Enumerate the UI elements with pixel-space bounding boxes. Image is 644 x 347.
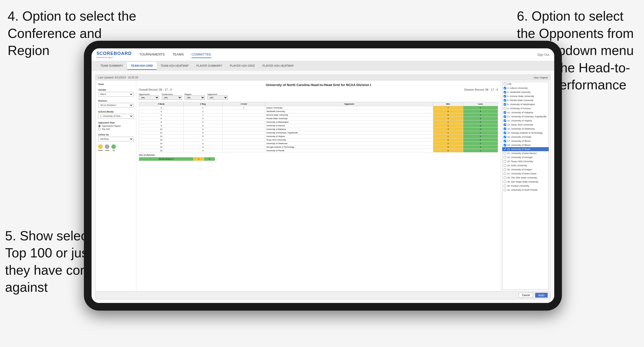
school-select[interactable]: 1. University of Nort... — [98, 114, 133, 118]
cell-opponent: University of Arkansas, Fayetteville — [265, 131, 433, 135]
dropdown-item[interactable]: 8. University of Washington — [502, 102, 549, 106]
opponent-view-label: Opponent View — [98, 121, 133, 124]
dropdown-checkbox[interactable] — [504, 144, 506, 146]
dropdown-checkbox[interactable] — [504, 103, 506, 106]
sub-nav-player-h2h-heatmap[interactable]: PLAYER H2H HEATMAP — [259, 62, 297, 70]
dropdown-checkbox[interactable] — [504, 176, 506, 179]
dropdown-item[interactable]: 28. The Ohio State University — [502, 176, 549, 180]
opponents-played-label: Opponents Played — [102, 125, 121, 127]
dropdown-checkbox[interactable] — [504, 115, 506, 118]
colour-by-select[interactable]: Win/loss — [98, 137, 133, 141]
dropdown-checkbox[interactable] — [504, 172, 506, 175]
opponents-filter-select[interactable]: (All) — [139, 95, 159, 100]
nav-tournaments[interactable]: TOURNAMENTS — [139, 51, 165, 58]
dropdown-item-label: 27. University of Notre Dame — [507, 172, 537, 175]
sub-nav-player-summary[interactable]: PLAYER SUMMARY — [192, 62, 226, 70]
dropdown-checkbox[interactable] — [504, 148, 506, 150]
dropdown-item[interactable]: 15. Georgia Institute of Technology — [502, 131, 549, 135]
dropdown-item[interactable]: 6. Florida State University — [502, 98, 549, 102]
sub-nav-h2h-heatmap[interactable]: TEAM H2H HEATMAP — [157, 62, 192, 70]
dropdown-item[interactable]: 31. University of North Florida — [502, 188, 549, 192]
dropdown-item-label: 2. Auburn University — [507, 87, 528, 89]
dropdown-checkbox[interactable] — [504, 168, 506, 171]
out-of-div-table: NCAA Division II 1 0 — [139, 157, 215, 161]
region-filter-select[interactable]: (All) — [185, 95, 205, 100]
dropdown-item[interactable]: 9. University of Arizona — [502, 106, 549, 110]
dropdown-checkbox[interactable] — [504, 83, 506, 85]
dropdown-item[interactable]: 13. Texas Tech University — [502, 123, 549, 127]
sub-nav-team-summary[interactable]: TEAM SUMMARY — [97, 62, 127, 70]
gender-select[interactable]: Men's — [98, 92, 133, 96]
table-row: 2 1 1 Auburn University 2 1 — [139, 106, 498, 110]
cancel-button[interactable]: Cancel — [519, 293, 533, 298]
dropdown-item[interactable]: 17. University of Illinois — [502, 139, 549, 143]
opponents-filter-group: Opponents: (All) — [139, 93, 159, 100]
dropdown-item[interactable]: 23. Texas A&M University — [502, 159, 549, 163]
dropdown-item[interactable]: 11. University of Arkansas, Fayetteville — [502, 115, 549, 119]
dropdown-item[interactable]: 25. University of Oregon — [502, 168, 549, 172]
cell-win: 2 — [433, 106, 463, 110]
sub-nav-h2h-grid[interactable]: TEAM H2H GRID — [127, 62, 157, 70]
cell-win: 1 — [433, 131, 463, 135]
cell-loss: 0 — [463, 145, 498, 149]
dropdown-item[interactable]: 24. Duke University — [502, 163, 549, 168]
dropdown-item[interactable]: 10. University of Alabama — [502, 110, 549, 115]
dropdown-checkbox[interactable] — [504, 99, 506, 102]
cell-rank: 2 — [139, 106, 184, 110]
dropdown-checkbox[interactable] — [504, 119, 506, 122]
apply-button[interactable]: Apply — [535, 293, 548, 298]
dropdown-checkbox[interactable] — [504, 136, 506, 138]
dropdown-item[interactable]: 16. University of Florida — [502, 135, 549, 139]
nav-teams[interactable]: TEAMS — [172, 51, 184, 58]
dropdown-item[interactable]: 27. University of Notre Dame — [502, 172, 549, 176]
dropdown-item[interactable]: 30. Purdue University — [502, 184, 549, 188]
dropdown-item[interactable]: 21. University of New Mexico — [502, 151, 549, 155]
dropdown-item-label: 22. University of Georgia — [507, 156, 532, 159]
conference-filter-select[interactable]: (All) — [162, 95, 182, 100]
dropdown-item[interactable]: 12. University of Virginia — [502, 119, 549, 123]
top100-radio[interactable]: Top 100 — [98, 128, 133, 130]
level-legend — [105, 144, 109, 149]
dropdown-checkbox[interactable] — [504, 156, 506, 159]
table-row: 10 5 University of Alabama 3 0 — [139, 128, 498, 131]
dropdown-checkbox[interactable] — [504, 87, 506, 89]
dropdown-item[interactable]: 3. Vanderbilt University — [502, 90, 549, 94]
dropdown-checkbox[interactable] — [504, 95, 506, 98]
dropdown-item[interactable]: 14. University of Oklahoma — [502, 127, 549, 131]
dropdown-checkbox[interactable] — [504, 128, 506, 130]
dropdown-checkbox[interactable] — [504, 152, 506, 155]
dropdown-item-label: 3. Vanderbilt University — [507, 91, 531, 93]
cell-loss: 2 — [463, 142, 498, 145]
dropdown-checkbox[interactable] — [504, 164, 506, 167]
dropdown-checkbox[interactable] — [504, 189, 506, 191]
dropdown-checkbox[interactable] — [504, 107, 506, 110]
dropdown-checkbox[interactable] — [504, 140, 506, 142]
dropdown-item[interactable]: 2. Auburn University — [502, 86, 549, 90]
dropdown-item[interactable]: (All) — [502, 82, 549, 86]
grid-table: # Rank # Reg # Conf Opponent Win Loss 2 — [139, 102, 498, 152]
dropdown-checkbox[interactable] — [504, 185, 506, 187]
dropdown-checkbox[interactable] — [504, 181, 506, 183]
sub-nav-player-h2h-grid[interactable]: PLAYER H2H GRID — [226, 62, 259, 70]
top100-label: Top 100 — [102, 128, 110, 130]
opponents-played-radio[interactable]: Opponents Played — [98, 125, 133, 127]
cell-opponent: Arizona State University — [265, 113, 433, 117]
nav-committee[interactable]: COMMITTEE — [191, 51, 211, 58]
dropdown-item[interactable]: 20. University of Texas — [502, 147, 549, 151]
opponent-filter-select[interactable]: (All) — [207, 95, 228, 100]
opponent-dropdown-list[interactable]: (All)2. Auburn University3. Vanderbilt U… — [502, 82, 549, 290]
dropdown-checkbox[interactable] — [504, 132, 506, 134]
dropdown-item[interactable]: 22. University of Georgia — [502, 155, 549, 159]
cell-opponent: University of Alabama — [265, 128, 433, 131]
dropdown-item[interactable]: 18. University of Illinois — [502, 143, 549, 147]
dropdown-checkbox[interactable] — [504, 111, 506, 114]
dropdown-item[interactable]: 4. Arizona State University — [502, 94, 549, 98]
sign-out[interactable]: Sign Out — [537, 53, 549, 57]
dropdown-checkbox[interactable] — [504, 160, 506, 163]
dropdown-item-label: 18. University of Illinois — [507, 144, 531, 146]
dropdown-item[interactable]: 29. San Diego State University — [502, 180, 549, 184]
dropdown-checkbox[interactable] — [504, 123, 506, 126]
division-select[interactable]: NCAA Division I — [98, 103, 133, 107]
dropdown-checkbox[interactable] — [504, 91, 506, 93]
out-of-div-win: 1 — [193, 157, 204, 161]
